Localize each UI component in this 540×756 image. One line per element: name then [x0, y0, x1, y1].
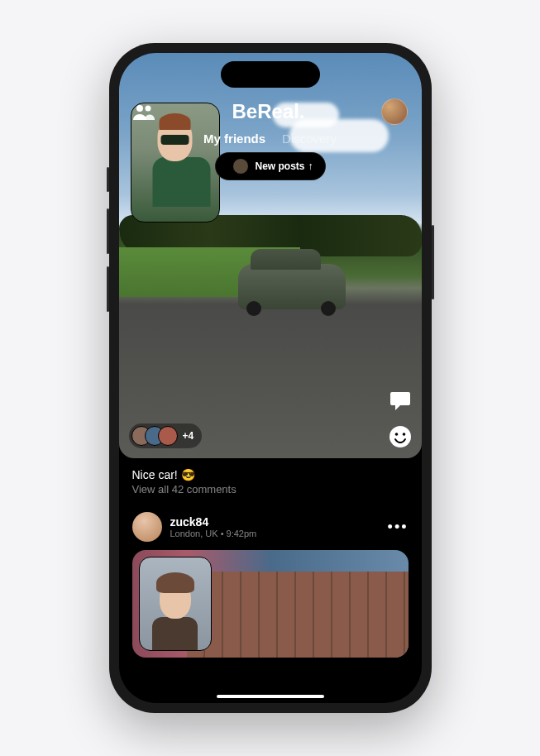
meta-separator: • [218, 529, 227, 538]
reaction-extra-count: +4 [183, 430, 194, 442]
screen: BeReal. My friends Discovery New posts ↑ [119, 53, 422, 703]
profile-avatar[interactable] [381, 98, 408, 125]
phone-frame: BeReal. My friends Discovery New posts ↑ [109, 43, 432, 713]
next-post-user[interactable]: zuck84 London, UK • 9:42pm [132, 512, 257, 542]
post-meta: London, UK • 9:42pm [170, 529, 257, 538]
comment-icon[interactable] [389, 389, 412, 412]
friends-icon[interactable] [132, 103, 155, 120]
phone-button [107, 266, 109, 312]
tab-discovery[interactable]: Discovery [282, 132, 337, 146]
comment-section: Nice car! 😎 View all 42 comments [119, 458, 422, 505]
arrow-up-icon: ↑ [308, 160, 313, 172]
phone-button [107, 208, 109, 254]
post-location: London, UK [170, 529, 218, 538]
svg-point-4 [402, 433, 405, 436]
next-post-header: zuck84 London, UK • 9:42pm ••• [132, 512, 409, 542]
reaction-avatar [158, 426, 178, 446]
phone-button [107, 167, 109, 192]
svg-point-0 [136, 105, 143, 112]
feed-tabs: My friends Discovery [132, 132, 409, 146]
next-post-photo[interactable] [132, 550, 409, 658]
view-all-comments[interactable]: View all 42 comments [132, 483, 409, 495]
phone-button [432, 225, 434, 299]
svg-point-3 [394, 433, 398, 436]
username: zuck84 [170, 515, 257, 529]
next-selfie-inset[interactable] [139, 557, 212, 651]
new-posts-label: New posts ↑ [255, 160, 313, 172]
new-posts-button[interactable]: New posts ↑ [214, 152, 325, 180]
svg-point-2 [389, 426, 411, 447]
pill-avatars [220, 158, 248, 175]
post-time: 9:42pm [227, 529, 257, 538]
top-comment: Nice car! 😎 [132, 468, 409, 481]
emoji-icon[interactable] [389, 425, 412, 448]
reactions-strip[interactable]: +4 [129, 423, 203, 448]
post-actions [389, 389, 412, 448]
pill-label-text: New posts [255, 160, 304, 172]
more-icon[interactable]: ••• [388, 519, 409, 536]
svg-point-1 [145, 106, 151, 112]
app-title: BeReal. [232, 100, 304, 123]
app-header: BeReal. My friends Discovery [119, 53, 422, 146]
next-post: zuck84 London, UK • 9:42pm ••• [119, 505, 422, 658]
tab-my-friends[interactable]: My friends [203, 132, 265, 146]
user-avatar [132, 512, 162, 542]
home-indicator[interactable] [217, 695, 324, 698]
pill-avatar [232, 158, 248, 175]
